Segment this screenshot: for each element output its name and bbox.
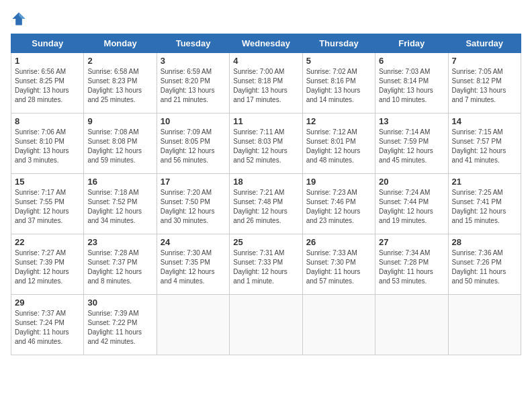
header (11, 11, 521, 27)
day-info: Sunrise: 7:08 AMSunset: 8:08 PMDaylight:… (87, 128, 142, 164)
day-number: 11 (233, 116, 298, 126)
day-info: Sunrise: 6:56 AMSunset: 8:25 PMDaylight:… (15, 68, 69, 103)
day-info: Sunrise: 7:34 AMSunset: 7:28 PMDaylight:… (379, 249, 433, 285)
day-number: 5 (306, 56, 371, 66)
calendar-day-cell: 24Sunrise: 7:30 AMSunset: 7:35 PMDayligh… (157, 234, 229, 295)
day-number: 3 (161, 56, 226, 66)
day-info: Sunrise: 6:59 AMSunset: 8:20 PMDaylight:… (161, 68, 215, 103)
day-number: 1 (15, 56, 80, 66)
day-of-week-header: Saturday (448, 34, 521, 53)
day-number: 27 (379, 237, 444, 247)
day-info: Sunrise: 6:58 AMSunset: 8:23 PMDaylight:… (87, 68, 142, 103)
calendar-day-cell (157, 295, 229, 355)
calendar-day-cell: 30Sunrise: 7:39 AMSunset: 7:22 PMDayligh… (84, 295, 157, 355)
day-info: Sunrise: 7:15 AMSunset: 7:57 PMDaylight:… (452, 128, 506, 164)
day-info: Sunrise: 7:02 AMSunset: 8:16 PMDaylight:… (306, 68, 361, 103)
day-number: 12 (306, 116, 371, 126)
calendar-day-cell: 11Sunrise: 7:11 AMSunset: 8:03 PMDayligh… (230, 113, 302, 174)
calendar-day-cell: 22Sunrise: 7:27 AMSunset: 7:39 PMDayligh… (11, 234, 84, 295)
day-of-week-header: Wednesday (230, 34, 302, 53)
calendar-day-cell: 8Sunrise: 7:06 AMSunset: 8:10 PMDaylight… (11, 113, 84, 174)
calendar-week-row: 22Sunrise: 7:27 AMSunset: 7:39 PMDayligh… (11, 234, 521, 295)
day-info: Sunrise: 7:11 AMSunset: 8:03 PMDaylight:… (233, 128, 287, 164)
day-of-week-header: Tuesday (157, 34, 229, 53)
day-number: 30 (87, 298, 152, 308)
calendar-day-cell: 7Sunrise: 7:05 AMSunset: 8:12 PMDaylight… (448, 53, 521, 113)
day-number: 8 (15, 116, 80, 126)
calendar-day-cell: 5Sunrise: 7:02 AMSunset: 8:16 PMDaylight… (302, 53, 375, 113)
calendar-day-cell: 21Sunrise: 7:25 AMSunset: 7:41 PMDayligh… (448, 174, 521, 234)
day-info: Sunrise: 7:39 AMSunset: 7:22 PMDaylight:… (87, 310, 142, 345)
day-info: Sunrise: 7:30 AMSunset: 7:35 PMDaylight:… (161, 249, 215, 285)
calendar-day-cell: 26Sunrise: 7:33 AMSunset: 7:30 PMDayligh… (302, 234, 375, 295)
day-number: 16 (87, 177, 152, 187)
day-info: Sunrise: 7:17 AMSunset: 7:55 PMDaylight:… (15, 189, 69, 224)
day-number: 29 (15, 298, 80, 308)
calendar-day-cell: 1Sunrise: 6:56 AMSunset: 8:25 PMDaylight… (11, 53, 84, 113)
calendar-day-cell: 12Sunrise: 7:12 AMSunset: 8:01 PMDayligh… (302, 113, 375, 174)
day-of-week-header: Thursday (302, 34, 375, 53)
day-number: 6 (379, 56, 444, 66)
logo-icon (11, 11, 27, 27)
calendar-day-cell: 15Sunrise: 7:17 AMSunset: 7:55 PMDayligh… (11, 174, 84, 234)
calendar-day-cell: 6Sunrise: 7:03 AMSunset: 8:14 PMDaylight… (375, 53, 448, 113)
day-number: 14 (452, 116, 517, 126)
day-number: 4 (233, 56, 298, 66)
day-of-week-header: Monday (84, 34, 157, 53)
day-number: 24 (161, 237, 226, 247)
day-info: Sunrise: 7:37 AMSunset: 7:24 PMDaylight:… (15, 310, 69, 345)
calendar-day-cell: 28Sunrise: 7:36 AMSunset: 7:26 PMDayligh… (448, 234, 521, 295)
day-number: 2 (87, 56, 152, 66)
calendar-day-cell: 3Sunrise: 6:59 AMSunset: 8:20 PMDaylight… (157, 53, 229, 113)
calendar-day-cell (448, 295, 521, 355)
calendar-day-cell: 27Sunrise: 7:34 AMSunset: 7:28 PMDayligh… (375, 234, 448, 295)
day-number: 26 (306, 237, 371, 247)
day-info: Sunrise: 7:06 AMSunset: 8:10 PMDaylight:… (15, 128, 69, 164)
day-of-week-header: Friday (375, 34, 448, 53)
day-info: Sunrise: 7:27 AMSunset: 7:39 PMDaylight:… (15, 249, 69, 285)
day-info: Sunrise: 7:12 AMSunset: 8:01 PMDaylight:… (306, 128, 361, 164)
day-number: 19 (306, 177, 371, 187)
day-info: Sunrise: 7:25 AMSunset: 7:41 PMDaylight:… (452, 189, 506, 224)
day-info: Sunrise: 7:14 AMSunset: 7:59 PMDaylight:… (379, 128, 433, 164)
calendar-day-cell: 9Sunrise: 7:08 AMSunset: 8:08 PMDaylight… (84, 113, 157, 174)
day-number: 22 (15, 237, 80, 247)
day-number: 17 (161, 177, 226, 187)
day-info: Sunrise: 7:00 AMSunset: 8:18 PMDaylight:… (233, 68, 287, 103)
day-info: Sunrise: 7:03 AMSunset: 8:14 PMDaylight:… (379, 68, 433, 103)
day-info: Sunrise: 7:24 AMSunset: 7:44 PMDaylight:… (379, 189, 433, 224)
calendar-day-cell: 20Sunrise: 7:24 AMSunset: 7:44 PMDayligh… (375, 174, 448, 234)
day-number: 25 (233, 237, 298, 247)
day-number: 28 (452, 237, 517, 247)
day-number: 13 (379, 116, 444, 126)
calendar-day-cell: 23Sunrise: 7:28 AMSunset: 7:37 PMDayligh… (84, 234, 157, 295)
day-number: 10 (161, 116, 226, 126)
day-info: Sunrise: 7:05 AMSunset: 8:12 PMDaylight:… (452, 68, 506, 103)
calendar-day-cell: 25Sunrise: 7:31 AMSunset: 7:33 PMDayligh… (230, 234, 302, 295)
day-number: 23 (87, 237, 152, 247)
calendar-day-cell: 4Sunrise: 7:00 AMSunset: 8:18 PMDaylight… (230, 53, 302, 113)
day-of-week-header: Sunday (11, 34, 84, 53)
day-info: Sunrise: 7:31 AMSunset: 7:33 PMDaylight:… (233, 249, 287, 285)
day-number: 9 (87, 116, 152, 126)
calendar-week-row: 1Sunrise: 6:56 AMSunset: 8:25 PMDaylight… (11, 53, 521, 113)
calendar-day-cell (230, 295, 302, 355)
calendar-week-row: 8Sunrise: 7:06 AMSunset: 8:10 PMDaylight… (11, 113, 521, 174)
calendar-week-row: 15Sunrise: 7:17 AMSunset: 7:55 PMDayligh… (11, 174, 521, 234)
day-info: Sunrise: 7:36 AMSunset: 7:26 PMDaylight:… (452, 249, 506, 285)
day-number: 18 (233, 177, 298, 187)
day-number: 20 (379, 177, 444, 187)
calendar-day-cell: 14Sunrise: 7:15 AMSunset: 7:57 PMDayligh… (448, 113, 521, 174)
calendar-day-cell (375, 295, 448, 355)
calendar-day-cell: 2Sunrise: 6:58 AMSunset: 8:23 PMDaylight… (84, 53, 157, 113)
calendar-day-cell: 19Sunrise: 7:23 AMSunset: 7:46 PMDayligh… (302, 174, 375, 234)
day-number: 15 (15, 177, 80, 187)
day-info: Sunrise: 7:28 AMSunset: 7:37 PMDaylight:… (87, 249, 142, 285)
calendar-day-cell: 17Sunrise: 7:20 AMSunset: 7:50 PMDayligh… (157, 174, 229, 234)
day-info: Sunrise: 7:21 AMSunset: 7:48 PMDaylight:… (233, 189, 287, 224)
logo (11, 11, 30, 27)
day-info: Sunrise: 7:18 AMSunset: 7:52 PMDaylight:… (87, 189, 142, 224)
day-number: 7 (452, 56, 517, 66)
calendar-day-cell (302, 295, 375, 355)
calendar-day-cell: 10Sunrise: 7:09 AMSunset: 8:05 PMDayligh… (157, 113, 229, 174)
